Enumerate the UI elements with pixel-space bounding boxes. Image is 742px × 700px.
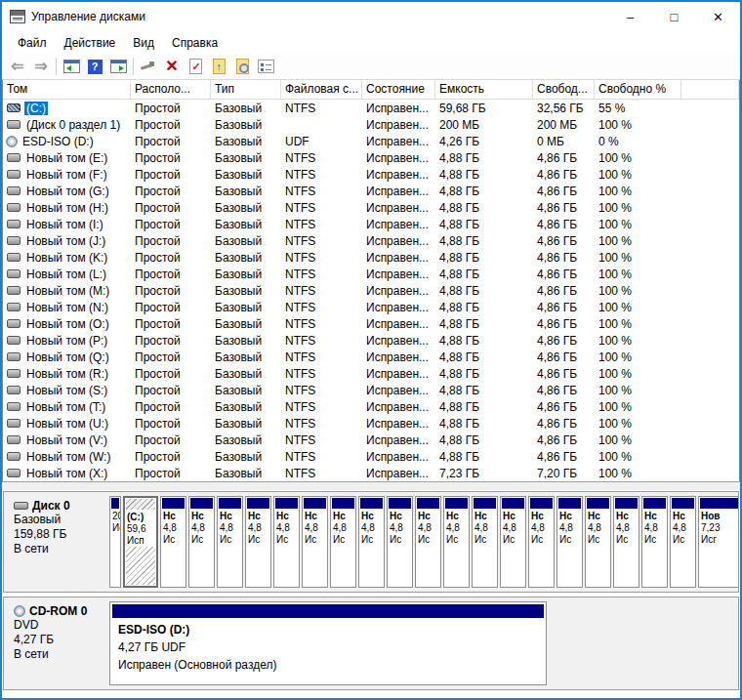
delete-icon[interactable]: ✕ bbox=[160, 56, 184, 78]
volume-capacity: 4,88 ГБ bbox=[435, 185, 533, 198]
partition-status: Ис bbox=[444, 534, 469, 546]
maximize-button[interactable]: □ bbox=[652, 2, 696, 31]
disk-volume-icon bbox=[7, 170, 21, 179]
open-icon[interactable] bbox=[207, 56, 230, 78]
header-status[interactable]: Состояние bbox=[362, 80, 435, 99]
partition-block[interactable]: Нс4,8Ис bbox=[160, 496, 186, 588]
volume-free: 4,86 ГБ bbox=[533, 334, 595, 348]
partition-block[interactable]: Нс4,8Ис bbox=[330, 496, 356, 588]
volume-filesystem: NTFS bbox=[281, 334, 362, 348]
partition-block[interactable]: Нов7,23Исг bbox=[698, 496, 738, 588]
help-icon[interactable]: ? bbox=[83, 56, 106, 78]
menu-help[interactable]: Справка bbox=[164, 34, 226, 52]
properties-icon[interactable] bbox=[254, 56, 277, 78]
volume-row[interactable]: Новый том (R:)ПростойБазовыйNTFSИсправен… bbox=[3, 365, 739, 382]
partition-block[interactable]: (C:)59,6Исп bbox=[123, 496, 158, 588]
partition-fill bbox=[274, 546, 299, 587]
partition-block[interactable]: Нс4,8Ис bbox=[670, 496, 696, 588]
header-capacity[interactable]: Емкость bbox=[435, 80, 533, 99]
volume-list-pane: Том Располо... Тип Файловая с... Состоян… bbox=[2, 80, 740, 481]
partition-fill bbox=[557, 546, 582, 587]
volume-status: Исправен... bbox=[362, 334, 435, 348]
volume-row[interactable]: Новый том (P:)ПростойБазовыйNTFSИсправен… bbox=[3, 332, 739, 349]
forward-icon[interactable]: ⇒ bbox=[29, 56, 53, 78]
volume-free-pct: 100 % bbox=[595, 151, 681, 165]
header-layout[interactable]: Располо... bbox=[131, 80, 211, 99]
menu-action[interactable]: Действие bbox=[57, 34, 124, 52]
volume-row[interactable]: Новый том (E:)ПростойБазовыйNTFSИсправен… bbox=[3, 149, 739, 166]
partition-block[interactable]: Нс4,8Ис bbox=[273, 496, 300, 588]
partition-block[interactable]: Нс4,8Ис bbox=[358, 496, 385, 588]
header-free[interactable]: Свобод... bbox=[533, 80, 595, 99]
pane-splitter[interactable] bbox=[2, 481, 740, 491]
minimize-button[interactable]: – bbox=[608, 2, 652, 31]
partition-block[interactable]: Нс4,8Ис bbox=[500, 496, 526, 588]
close-button[interactable]: ✕ bbox=[696, 2, 740, 31]
partition-fill bbox=[189, 546, 214, 587]
volume-row[interactable]: Новый том (K:)ПростойБазовыйNTFSИсправен… bbox=[3, 249, 739, 266]
volume-row[interactable]: Новый том (W:)ПростойБазовыйNTFSИсправен… bbox=[3, 448, 739, 465]
partition-block[interactable]: Нс4,8Ис bbox=[613, 496, 639, 588]
volume-row[interactable]: Новый том (N:)ПростойБазовыйNTFSИсправен… bbox=[3, 299, 739, 315]
header-free-pct[interactable]: Свободно % bbox=[595, 80, 681, 99]
volume-row[interactable]: ESD-ISO (D:)ПростойБазовыйUDFИсправен...… bbox=[3, 133, 739, 149]
partition-block[interactable]: Нс4,8Ис bbox=[641, 496, 668, 588]
partition-fill bbox=[388, 546, 412, 587]
show-console-tree-icon[interactable] bbox=[60, 56, 83, 78]
show-action-pane-icon[interactable] bbox=[106, 56, 130, 78]
header-type[interactable]: Тип bbox=[211, 80, 281, 99]
volume-name-cell: Новый том (T:) bbox=[3, 400, 131, 414]
partition-block[interactable]: Нс4,8Ис bbox=[528, 496, 555, 588]
disk0-label-panel[interactable]: Диск 0 Базовый 159,88 ГБ В сети bbox=[4, 492, 107, 592]
menu-file[interactable]: Файл bbox=[10, 34, 55, 52]
partition-block[interactable]: Нс4,8Ис bbox=[245, 496, 271, 588]
volume-row[interactable]: Новый том (M:)ПростойБазовыйNTFSИсправен… bbox=[3, 282, 739, 299]
header-volume[interactable]: Том bbox=[3, 80, 131, 99]
partition-size: 4,8 bbox=[473, 522, 497, 534]
partition-block[interactable]: Нс4,8Ис bbox=[217, 496, 243, 588]
volume-row[interactable]: Новый том (G:)ПростойБазовыйNTFSИсправен… bbox=[3, 183, 739, 199]
menu-view[interactable]: Вид bbox=[125, 34, 162, 52]
volume-name-cell: Новый том (E:) bbox=[3, 151, 131, 165]
volume-row[interactable]: (Диск 0 раздел 1)ПростойБазовыйИсправен.… bbox=[3, 116, 739, 133]
volume-row[interactable]: Новый том (I:)ПростойБазовыйNTFSИсправен… bbox=[3, 216, 739, 232]
cdrom0-volume-block[interactable]: ESD-ISO (D:) 4,27 ГБ UDF Исправен (Основ… bbox=[109, 601, 547, 685]
explore-icon[interactable] bbox=[230, 56, 254, 78]
partition-block[interactable]: Нс4,8Ис bbox=[387, 496, 413, 588]
volume-type: Базовый bbox=[211, 234, 281, 248]
partition-block[interactable]: Нс4,8Ис bbox=[302, 496, 328, 588]
partition-block[interactable]: Нс4,8Ис bbox=[556, 496, 583, 588]
toolbar-separator bbox=[133, 58, 134, 75]
volume-row[interactable]: Новый том (V:)ПростойБазовыйNTFSИсправен… bbox=[3, 432, 739, 448]
volume-row[interactable]: Новый том (F:)ПростойБазовыйNTFSИсправен… bbox=[3, 166, 739, 183]
partition-block[interactable]: Нс4,8Ис bbox=[188, 496, 215, 588]
volume-status: Исправен... bbox=[362, 367, 435, 381]
volume-row[interactable]: Новый том (O:)ПростойБазовыйNTFSИсправен… bbox=[3, 315, 739, 332]
tool-icon[interactable] bbox=[137, 56, 160, 78]
partition-block[interactable]: Нс4,8Ис bbox=[585, 496, 611, 588]
volume-row[interactable]: Новый том (H:)ПростойБазовыйNTFSИсправен… bbox=[3, 199, 739, 216]
volume-name: Новый том (J:) bbox=[24, 234, 107, 248]
volume-row[interactable]: Новый том (Q:)ПростойБазовыйNTFSИсправен… bbox=[3, 349, 739, 365]
volume-row[interactable]: Новый том (X:)ПростойБазовыйNTFSИсправен… bbox=[3, 465, 739, 481]
volume-row[interactable]: Новый том (L:)ПростойБазовыйNTFSИсправен… bbox=[3, 266, 739, 282]
partition-block[interactable]: 200 МБИсправен bbox=[109, 496, 121, 588]
header-filesystem[interactable]: Файловая с... bbox=[281, 80, 362, 99]
back-icon[interactable]: ⇐ bbox=[6, 56, 29, 78]
volume-name: Новый том (L:) bbox=[24, 268, 108, 281]
partition-block[interactable]: Нс4,8Ис bbox=[415, 496, 441, 588]
mark-active-icon[interactable] bbox=[184, 56, 207, 78]
volume-row[interactable]: Новый том (T:)ПростойБазовыйNTFSИсправен… bbox=[3, 398, 739, 415]
partition-block[interactable]: Нс4,8Ис bbox=[472, 496, 498, 588]
volume-free: 32,56 ГБ bbox=[533, 102, 595, 115]
volume-row[interactable]: Новый том (U:)ПростойБазовыйNTFSИсправен… bbox=[3, 415, 739, 432]
toolbar: ⇐ ⇒ ? ✕ bbox=[2, 54, 740, 80]
volume-row[interactable]: (C:)ПростойБазовыйNTFSИсправен...59,68 Г… bbox=[3, 100, 739, 116]
volume-row[interactable]: Новый том (S:)ПростойБазовыйNTFSИсправен… bbox=[3, 382, 739, 398]
partition-size: 200 МБ bbox=[110, 511, 120, 522]
volume-free: 4,86 ГБ bbox=[533, 284, 595, 298]
volume-row[interactable]: Новый том (J:)ПростойБазовыйNTFSИсправен… bbox=[3, 232, 739, 249]
cdrom0-label-panel[interactable]: CD-ROM 0 DVD 4,27 ГБ В сети bbox=[4, 597, 107, 689]
volume-capacity: 7,23 ГБ bbox=[435, 467, 533, 480]
partition-block[interactable]: Нс4,8Ис bbox=[443, 496, 470, 588]
